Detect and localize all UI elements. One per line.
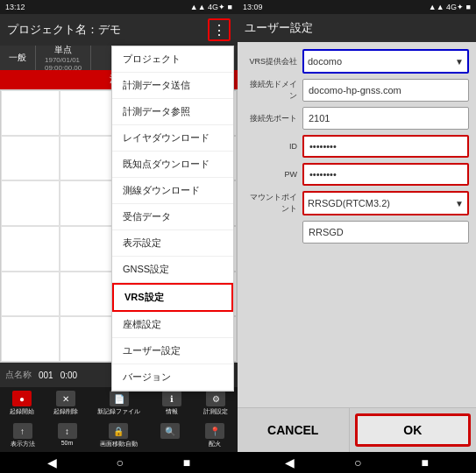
scale-button[interactable]: ↕ 50m (53, 421, 82, 450)
menu-item-project[interactable]: プロジェクト (112, 46, 233, 73)
record-delete-button[interactable]: ✕ 起録削除 (52, 389, 80, 418)
dropdown-menu: プロジェクト 計測データ送信 計測データ参照 レイヤダウンロード 既知点ダウンロ… (111, 46, 234, 392)
grid-cell (60, 272, 118, 317)
vrs-provider-select[interactable]: docomo (302, 49, 469, 74)
menu-item-display-settings[interactable]: 表示設定 (112, 230, 233, 257)
menu-item-known-download[interactable]: 既知点ダウンロード (112, 152, 233, 178)
zoom-icon: 🔍 (160, 423, 180, 439)
back-nav-left[interactable]: ◀ (47, 455, 57, 469)
grid-cell (60, 316, 118, 362)
status-bar-left: 13:12 ▲▲ 4G✦ ■ (0, 0, 238, 14)
point-name-value: 001 (39, 371, 53, 380)
new-file-icon: 📄 (110, 391, 129, 406)
domain-label: 接続先ドメイン (245, 79, 297, 102)
menu-item-gnss-settings[interactable]: GNSS設定 (112, 257, 233, 283)
form-row-port: 接続先ポート (245, 107, 469, 130)
display-mode-button[interactable]: ↑ 表示方法 (9, 421, 37, 450)
menu-item-send-data[interactable]: 計測データ送信 (112, 73, 233, 99)
grid-cell (60, 90, 118, 136)
grid-cell (1, 316, 60, 362)
mount-select[interactable]: RRSGD(RTCM3.2) (302, 191, 469, 215)
menu-item-coord-settings[interactable]: 座標設定 (112, 312, 233, 338)
domain-input[interactable] (302, 79, 469, 102)
auto-move-icon: 🔒 (109, 423, 128, 439)
point-name-label: 点名称 (5, 369, 32, 381)
status-bar-right: 13:09 ▲▲ 4G✦ ■ (238, 0, 476, 14)
tab-single-point-label: 単点 (54, 44, 72, 56)
grid-cell (1, 226, 60, 272)
dialog-body: VRS提供会社 docomo ▼ 接続先ドメイン 接続先ポート ID PW (238, 42, 476, 407)
menu-button[interactable]: ⋮ (208, 18, 231, 41)
form-row-domain: 接続先ドメイン (245, 79, 469, 102)
home-nav-left[interactable]: ○ (117, 455, 124, 469)
info-icon: ℹ (162, 391, 181, 406)
grid-cell (1, 180, 60, 226)
back-nav-right[interactable]: ◀ (285, 455, 295, 469)
vrs-provider-label: VRS提供会社 (245, 56, 297, 67)
tab-general[interactable]: 一般 (0, 46, 36, 70)
title-bar-left: プロジェクト名：デモ ⋮ (0, 14, 238, 46)
record-start-label: 起録開始 (10, 407, 34, 416)
measure-settings-icon: ⚙ (206, 391, 225, 406)
auto-move-button[interactable]: 🔒 画面移動:自動 (98, 421, 140, 450)
tab-single-point[interactable]: 単点 1970/01/0109:00:00.00 (36, 46, 91, 70)
dialog-footer: CANCEL OK (238, 408, 476, 452)
grid-cell (1, 90, 60, 136)
grid-cell (1, 136, 60, 181)
vrs-provider-select-wrapper: docomo ▼ (302, 49, 469, 74)
dialog-title-text: ユーザー設定 (245, 20, 313, 36)
place-icon: 📍 (205, 423, 224, 439)
auto-move-label: 画面移動:自動 (100, 440, 139, 448)
grid-cell (60, 136, 118, 181)
new-file-label: 新記録ファイル (97, 407, 140, 416)
place-button[interactable]: 📍 配火 (201, 421, 229, 450)
port-input[interactable] (302, 107, 469, 130)
menu-item-version[interactable]: バージョン (112, 364, 233, 391)
id-input[interactable] (302, 135, 469, 158)
cancel-button[interactable]: CANCEL (238, 408, 350, 452)
grid-cell (60, 226, 118, 272)
nav-bar-left: ◀ ○ ■ (0, 452, 238, 473)
grid-cell (1, 272, 60, 317)
place-label: 配火 (209, 440, 221, 448)
time-right: 13:09 (243, 3, 263, 11)
form-row-mount: マウントポイント RRSGD(RTCM3.2) ▼ (245, 191, 469, 215)
zoom-button[interactable]: 🔍 (156, 421, 184, 450)
menu-item-ref-data[interactable]: 計測データ参照 (112, 99, 233, 125)
menu-item-received-data[interactable]: 受信データ (112, 204, 233, 230)
tab-general-label: 一般 (9, 52, 26, 64)
port-label: 接続先ポート (245, 113, 297, 124)
grid-cell (60, 180, 118, 226)
mount-select-wrapper: RRSGD(RTCM3.2) ▼ (302, 191, 469, 215)
bottom-toolbar: ● 起録開始 ✕ 起録削除 📄 新記録ファイル ℹ 情報 ⚙ 計測設定 ↑ (0, 387, 238, 452)
form-row-rrsgd (245, 221, 469, 244)
dialog-title: ユーザー設定 (238, 14, 476, 42)
menu-item-user-settings[interactable]: ユーザー設定 (112, 338, 233, 364)
record-start-button[interactable]: ● 起録開始 (8, 389, 36, 418)
recent-nav-left[interactable]: ■ (183, 455, 190, 469)
menu-item-vrs-settings[interactable]: VRS設定 (112, 283, 233, 312)
home-nav-right[interactable]: ○ (354, 455, 361, 469)
info-label: 情報 (166, 407, 178, 416)
nav-bar-right: ◀ ○ ■ (238, 452, 476, 473)
time-left: 13:12 (5, 3, 25, 11)
pw-input[interactable] (302, 163, 469, 186)
menu-item-survey-download[interactable]: 測線ダウンロード (112, 178, 233, 204)
rrsgd-input[interactable] (302, 221, 469, 244)
measure-settings-button[interactable]: ⚙ 計測設定 (202, 389, 230, 418)
recent-nav-right[interactable]: ■ (422, 455, 429, 469)
menu-item-layer-download[interactable]: レイヤダウンロード (112, 125, 233, 152)
status-icons-right: ▲▲ 4G✦ ■ (429, 3, 471, 11)
display-mode-icon: ↑ (13, 423, 32, 439)
display-mode-label: 表示方法 (11, 440, 35, 448)
info-button[interactable]: ℹ 情報 (158, 389, 186, 418)
scale-icon: ↕ (58, 423, 77, 439)
ok-button[interactable]: OK (355, 413, 472, 447)
toolbar-row-2: ↑ 表示方法 ↕ 50m 🔒 画面移動:自動 🔍 📍 配火 (0, 420, 238, 452)
toolbar-row-1: ● 起録開始 ✕ 起録削除 📄 新記録ファイル ℹ 情報 ⚙ 計測設定 (0, 387, 238, 420)
record-start-icon: ● (12, 391, 32, 406)
time-value: 0:00 (60, 371, 77, 380)
measure-settings-label: 計測設定 (203, 407, 228, 416)
scale-label: 50m (61, 440, 74, 446)
new-file-button[interactable]: 📄 新記録ファイル (96, 389, 142, 418)
